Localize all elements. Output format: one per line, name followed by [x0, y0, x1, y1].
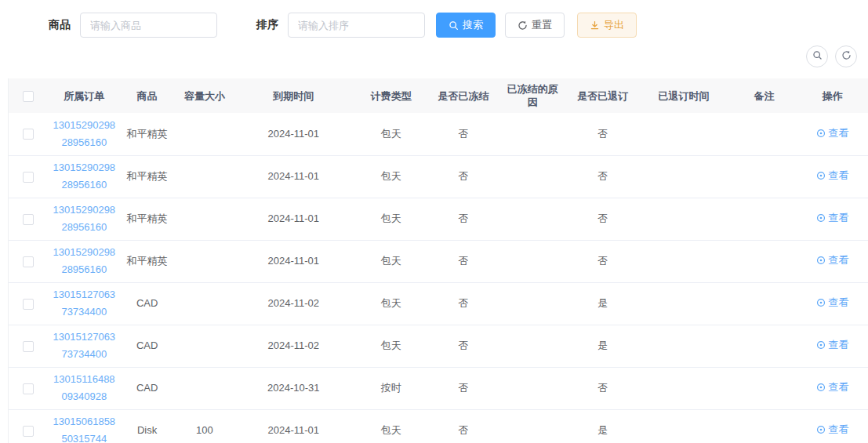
row-checkbox[interactable] [23, 299, 34, 310]
order-number-link[interactable]: 1301511648809340928 [51, 371, 117, 405]
remark-cell [731, 325, 797, 367]
unsubscribed-cell: 否 [569, 240, 637, 282]
view-link[interactable]: 查看 [816, 125, 848, 142]
order-number-link[interactable]: 1301529029828956160 [51, 159, 117, 194]
order-number-link[interactable]: 1301512706373734400 [51, 329, 117, 363]
column-header-expire: 到期时间 [235, 78, 352, 113]
view-icon [816, 425, 826, 434]
view-link[interactable]: 查看 [816, 379, 848, 396]
view-link[interactable]: 查看 [816, 336, 848, 354]
action-cell: 查看 [797, 155, 868, 198]
view-link[interactable]: 查看 [816, 421, 848, 438]
capacity-cell [174, 367, 235, 409]
toggle-search-button[interactable] [806, 45, 828, 67]
remark-cell [731, 155, 797, 198]
row-checkbox[interactable] [23, 172, 34, 183]
unsubscribed-cell: 否 [569, 155, 637, 198]
select-all-cell [9, 78, 48, 113]
row-select-cell [9, 325, 48, 367]
action-cell: 查看 [797, 409, 868, 443]
reset-button[interactable]: 重置 [505, 13, 565, 38]
unsubscribe-time-cell [637, 240, 731, 282]
row-checkbox[interactable] [23, 214, 34, 225]
action-cell: 查看 [797, 198, 868, 240]
row-checkbox[interactable] [23, 129, 34, 140]
capacity-cell [174, 325, 235, 367]
view-icon [816, 171, 826, 180]
refresh-table-button[interactable] [835, 45, 857, 67]
table-mini-toolbar [806, 45, 857, 67]
orders-table: 所属订单 商品 容量大小 到期时间 计费类型 是否已冻结 已冻结的原因 是否已退… [8, 78, 868, 443]
product-cell: CAD [121, 282, 174, 325]
frozen-cell: 否 [430, 240, 496, 282]
frozen-cell: 否 [430, 325, 496, 367]
remark-cell [731, 367, 797, 409]
order-number-link[interactable]: 1301529029828956160 [51, 202, 117, 236]
table-row: 1301512706373734400 CAD 2024-11-02 包天 否 … [9, 325, 868, 367]
search-icon [812, 50, 823, 63]
download-icon [590, 20, 600, 31]
row-checkbox[interactable] [23, 341, 34, 352]
frozen-cell: 否 [430, 367, 496, 409]
view-icon [816, 298, 826, 307]
unsubscribe-time-cell [637, 198, 731, 240]
unsubscribe-time-cell [637, 155, 731, 198]
view-link[interactable]: 查看 [816, 167, 848, 184]
column-header-freeze-reason: 已冻结的原因 [496, 78, 568, 113]
remark-cell [731, 198, 797, 240]
frozen-cell: 否 [430, 282, 496, 325]
sort-filter-input[interactable] [288, 13, 425, 38]
expire-date-cell: 2024-11-01 [235, 198, 352, 240]
table-row: 1301529029828956160 和平精英 2024-11-01 包天 否… [9, 198, 868, 240]
order-number-link[interactable]: 1301529029828956160 [51, 117, 117, 151]
view-link[interactable]: 查看 [816, 294, 848, 311]
frozen-cell: 否 [430, 198, 496, 240]
column-header-order: 所属订单 [48, 78, 120, 113]
export-button[interactable]: 导出 [577, 13, 637, 38]
column-header-capacity: 容量大小 [174, 78, 235, 113]
row-checkbox[interactable] [23, 256, 34, 267]
search-button[interactable]: 搜索 [436, 13, 496, 38]
column-header-action: 操作 [797, 78, 868, 113]
search-button-label: 搜索 [463, 18, 483, 32]
view-link[interactable]: 查看 [816, 252, 848, 269]
unsubscribe-time-cell [637, 113, 731, 155]
column-header-billing: 计费类型 [352, 78, 430, 113]
sort-filter-label: 排序 [256, 18, 278, 32]
row-checkbox[interactable] [23, 426, 34, 437]
unsubscribe-time-cell [637, 282, 731, 325]
table-body: 1301529029828956160 和平精英 2024-11-01 包天 否… [9, 113, 868, 443]
filter-bar: 商品 排序 搜索 重置 导出 [0, 0, 868, 38]
order-number-link[interactable]: 1301512706373734400 [51, 286, 117, 321]
row-select-cell [9, 240, 48, 282]
order-cell: 1301511648809340928 [48, 367, 120, 409]
row-select-cell [9, 282, 48, 325]
select-all-checkbox[interactable] [23, 91, 34, 102]
product-cell: 和平精英 [121, 113, 174, 155]
unsubscribe-time-cell [637, 367, 731, 409]
order-number-link[interactable]: 1301529029828956160 [51, 244, 117, 278]
search-icon [449, 20, 459, 31]
product-filter-input[interactable] [80, 13, 217, 38]
unsubscribed-cell: 是 [569, 282, 637, 325]
view-link[interactable]: 查看 [816, 209, 848, 227]
order-number-link[interactable]: 1301506185850315744 [51, 413, 117, 443]
frozen-cell: 否 [430, 113, 496, 155]
action-cell: 查看 [797, 282, 868, 325]
product-cell: Disk [121, 409, 174, 443]
export-button-label: 导出 [604, 18, 624, 32]
row-checkbox[interactable] [23, 383, 34, 394]
unsubscribe-time-cell [637, 325, 731, 367]
remark-cell [731, 240, 797, 282]
capacity-cell [174, 240, 235, 282]
order-cell: 1301506185850315744 [48, 409, 120, 443]
view-icon [816, 129, 826, 138]
column-header-unsubscribe-time: 已退订时间 [637, 78, 731, 113]
column-header-unsubscribed: 是否已退订 [569, 78, 637, 113]
capacity-cell: 100 [174, 409, 235, 443]
action-cell: 查看 [797, 240, 868, 282]
row-select-cell [9, 367, 48, 409]
row-select-cell [9, 155, 48, 198]
billing-type-cell: 按时 [352, 367, 430, 409]
order-cell: 1301512706373734400 [48, 325, 120, 367]
